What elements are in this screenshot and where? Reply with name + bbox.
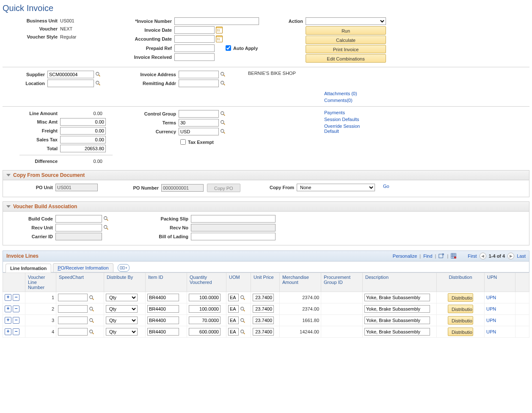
accounting-date-input[interactable] — [174, 35, 215, 43]
col-distribute-by[interactable]: Distribute By — [104, 273, 146, 292]
edit-combinations-button[interactable]: Edit Combinations — [306, 54, 386, 63]
lookup-icon[interactable] — [95, 80, 101, 86]
delete-row-button[interactable]: − — [13, 317, 19, 324]
distribution-button[interactable]: Distributio — [448, 328, 473, 336]
quantity-input[interactable] — [189, 294, 221, 301]
quantity-input[interactable] — [189, 328, 221, 336]
invoice-date-input[interactable] — [174, 26, 215, 34]
lookup-icon[interactable] — [240, 306, 246, 312]
action-select[interactable] — [306, 17, 386, 25]
location-input[interactable] — [47, 80, 94, 87]
last-link[interactable]: Last — [517, 253, 526, 259]
col-description[interactable]: Description — [363, 273, 437, 292]
upn-link[interactable]: UPN — [486, 329, 496, 334]
invoice-address-input[interactable] — [179, 71, 219, 78]
distribution-button[interactable]: Distributio — [448, 316, 473, 325]
unit-price-input[interactable] — [253, 317, 274, 324]
lookup-icon[interactable] — [103, 216, 109, 222]
unit-price-input[interactable] — [253, 328, 274, 336]
sales-tax-input[interactable] — [60, 136, 106, 143]
build-code-input[interactable] — [55, 215, 102, 223]
col-distribution[interactable]: Distribution — [437, 273, 485, 292]
total-input[interactable] — [60, 145, 106, 152]
lookup-icon[interactable] — [89, 329, 95, 335]
zoom-icon[interactable] — [438, 253, 444, 259]
bill-of-lading-input[interactable] — [191, 233, 276, 240]
attachments-link[interactable]: Attachments (0) — [324, 91, 529, 96]
lookup-icon[interactable] — [240, 318, 246, 324]
uom-input[interactable] — [228, 305, 239, 313]
misc-amt-input[interactable] — [60, 118, 106, 126]
col-item-id[interactable]: Item ID — [146, 273, 187, 292]
terms-input[interactable] — [179, 119, 219, 127]
calendar-icon[interactable] — [216, 36, 223, 42]
col-unit-price[interactable]: Unit Price — [251, 273, 280, 292]
distribution-button[interactable]: Distributio — [448, 305, 473, 313]
item-id-input[interactable] — [147, 294, 179, 301]
speedchart-input[interactable] — [58, 317, 88, 324]
description-input[interactable] — [364, 317, 430, 324]
add-row-button[interactable]: + — [5, 317, 11, 324]
speedchart-input[interactable] — [58, 328, 88, 336]
description-input[interactable] — [364, 305, 430, 313]
supplier-input[interactable] — [47, 71, 94, 78]
speedchart-input[interactable] — [58, 305, 88, 313]
override-session-default-link[interactable]: Override Session Default — [324, 124, 375, 134]
next-arrow-icon[interactable]: ▶ — [507, 253, 514, 259]
find-link[interactable]: Find — [423, 253, 432, 259]
currency-input[interactable] — [179, 128, 219, 135]
lookup-icon[interactable] — [89, 318, 95, 324]
col-merchandise-amount[interactable]: Merchandise Amount — [280, 273, 321, 292]
lookup-icon[interactable] — [103, 225, 109, 231]
item-id-input[interactable] — [147, 305, 179, 313]
prepaid-ref-input[interactable] — [174, 44, 215, 52]
quantity-input[interactable] — [189, 317, 221, 324]
col-speedchart[interactable]: SpeedChart — [56, 273, 104, 292]
packing-slip-input[interactable] — [191, 215, 276, 223]
add-row-button[interactable]: + — [5, 328, 11, 335]
session-defaults-link[interactable]: Session Defaults — [324, 117, 375, 122]
lookup-icon[interactable] — [240, 329, 246, 335]
collapse-icon[interactable] — [6, 174, 11, 176]
tax-exempt-checkbox[interactable] — [180, 139, 186, 145]
first-link[interactable]: First — [468, 253, 477, 259]
delete-row-button[interactable]: − — [13, 328, 19, 335]
go-link[interactable]: Go — [383, 184, 389, 189]
calendar-icon[interactable] — [216, 27, 223, 33]
lookup-icon[interactable] — [95, 72, 101, 77]
distribute-by-select[interactable]: Qty — [106, 328, 138, 336]
unit-price-input[interactable] — [253, 294, 274, 301]
delete-row-button[interactable]: − — [13, 294, 19, 301]
run-button[interactable]: Run — [306, 26, 386, 35]
auto-apply-checkbox[interactable] — [226, 45, 231, 51]
lookup-icon[interactable] — [220, 80, 226, 86]
tab-line-information[interactable]: Line Information — [6, 264, 51, 273]
distribute-by-select[interactable]: Qty — [106, 317, 138, 324]
upn-link[interactable]: UPN — [486, 318, 496, 323]
print-invoice-button[interactable]: Print Invoice — [306, 45, 386, 53]
collapse-icon[interactable] — [6, 205, 11, 208]
description-input[interactable] — [364, 294, 430, 301]
add-row-button[interactable]: + — [5, 294, 11, 301]
item-id-input[interactable] — [147, 328, 179, 336]
remitting-addr-input[interactable] — [179, 80, 219, 87]
distribute-by-select[interactable]: Qty — [106, 305, 138, 313]
col-voucher-line-number[interactable]: Voucher Line Number — [25, 273, 56, 292]
lookup-icon[interactable] — [220, 111, 226, 117]
description-input[interactable] — [364, 328, 430, 336]
add-row-button[interactable]: + — [5, 306, 11, 312]
distribution-button[interactable]: Distributio — [448, 293, 473, 302]
col-upn[interactable]: UPN — [485, 273, 515, 292]
distribute-by-select[interactable]: Qty — [106, 294, 138, 301]
unit-price-input[interactable] — [253, 305, 274, 313]
lookup-icon[interactable] — [89, 295, 95, 301]
speedchart-input[interactable] — [58, 294, 88, 301]
invoice-number-input[interactable] — [174, 17, 259, 25]
upn-link[interactable]: UPN — [486, 306, 496, 311]
invoice-received-input[interactable] — [174, 53, 215, 61]
calculate-button[interactable]: Calculate — [306, 36, 386, 44]
lookup-icon[interactable] — [220, 72, 226, 77]
lookup-icon[interactable] — [220, 120, 226, 126]
tab-po-receiver-information[interactable]: PPO/Receiver InformationO/Receiver Infor… — [53, 263, 113, 272]
col-quantity-vouchered[interactable]: Quantity Vouchered — [187, 273, 226, 292]
